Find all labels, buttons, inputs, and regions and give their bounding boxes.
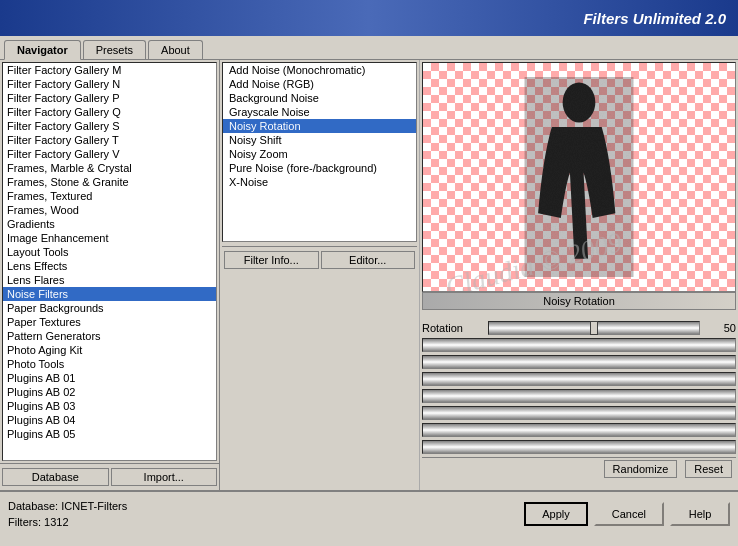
category-item[interactable]: Plugins AB 02: [3, 385, 216, 399]
category-item[interactable]: Gradients: [3, 217, 216, 231]
category-item[interactable]: Lens Flares: [3, 273, 216, 287]
database-button[interactable]: Database: [2, 468, 109, 486]
filter-list-col: Add Noise (Monochromatic)Add Noise (RGB)…: [220, 60, 420, 490]
cancel-button[interactable]: Cancel: [594, 502, 664, 526]
category-item[interactable]: Frames, Stone & Granite: [3, 175, 216, 189]
filters-label: Filters:: [8, 516, 41, 528]
tab-navigator[interactable]: Navigator: [4, 40, 81, 60]
category-item[interactable]: Plugins AB 01: [3, 371, 216, 385]
category-item[interactable]: Photo Tools: [3, 357, 216, 371]
svg-rect-1: [524, 77, 633, 277]
rotation-slider-row: Rotation 50: [422, 321, 736, 335]
help-button[interactable]: Help: [670, 502, 730, 526]
filter-item[interactable]: Noisy Rotation: [223, 119, 416, 133]
filter-item[interactable]: X-Noise: [223, 175, 416, 189]
category-item[interactable]: Photo Aging Kit: [3, 343, 216, 357]
category-list[interactable]: Filter Factory Gallery MFilter Factory G…: [2, 62, 217, 461]
reset-button[interactable]: Reset: [685, 460, 732, 478]
category-item[interactable]: Layout Tools: [3, 245, 216, 259]
filter-list[interactable]: Add Noise (Monochromatic)Add Noise (RGB)…: [222, 62, 417, 242]
import-button[interactable]: Import...: [111, 468, 218, 486]
silhouette-figure: [519, 77, 639, 277]
category-item[interactable]: Filter Factory Gallery S: [3, 119, 216, 133]
category-item[interactable]: Noise Filters: [3, 287, 216, 301]
category-item[interactable]: Filter Factory Gallery N: [3, 77, 216, 91]
right-section: Add Noise (Monochromatic)Add Noise (RGB)…: [220, 60, 738, 490]
category-item[interactable]: Frames, Textured: [3, 189, 216, 203]
database-label: Database:: [8, 500, 58, 512]
filters-value: 1312: [44, 516, 68, 528]
empty-slider-2: [422, 355, 736, 369]
category-item[interactable]: Plugins AB 03: [3, 399, 216, 413]
filter-item[interactable]: Noisy Shift: [223, 133, 416, 147]
preview-col: Claudia © 2009 Noisy Rotation Rotation 5…: [420, 60, 738, 490]
filter-toolbar: Filter Info... Editor...: [222, 246, 417, 273]
filter-item[interactable]: Noisy Zoom: [223, 147, 416, 161]
filter-item[interactable]: Grayscale Noise: [223, 105, 416, 119]
empty-slider-4: [422, 389, 736, 403]
title-bar: Filters Unlimited 2.0: [0, 0, 738, 36]
main-content: Filter Factory Gallery MFilter Factory G…: [0, 60, 738, 490]
tab-presets[interactable]: Presets: [83, 40, 146, 59]
filter-item[interactable]: Background Noise: [223, 91, 416, 105]
filter-item[interactable]: Add Noise (Monochromatic): [223, 63, 416, 77]
rotation-slider[interactable]: [488, 321, 700, 335]
empty-slider-3: [422, 372, 736, 386]
empty-slider-7: [422, 440, 736, 454]
category-item[interactable]: Image Enhancement: [3, 231, 216, 245]
left-panel: Filter Factory Gallery MFilter Factory G…: [0, 60, 220, 490]
category-item[interactable]: Lens Effects: [3, 259, 216, 273]
category-item[interactable]: Filter Factory Gallery T: [3, 133, 216, 147]
editor-button[interactable]: Editor...: [321, 251, 416, 269]
preview-image: Claudia © 2009: [422, 62, 736, 292]
filter-info-button[interactable]: Filter Info...: [224, 251, 319, 269]
category-item[interactable]: Plugins AB 05: [3, 427, 216, 441]
category-item[interactable]: Filter Factory Gallery P: [3, 91, 216, 105]
empty-slider-5: [422, 406, 736, 420]
status-bar: Database: ICNET-Filters Filters: 1312 Ap…: [0, 490, 738, 536]
controls-area: Rotation 50: [422, 318, 736, 457]
category-item[interactable]: Plugins AB 04: [3, 413, 216, 427]
empty-slider-6: [422, 423, 736, 437]
status-buttons: Apply Cancel Help: [524, 502, 730, 526]
left-toolbar: Database Import...: [0, 463, 219, 490]
category-item[interactable]: Paper Backgrounds: [3, 301, 216, 315]
apply-button[interactable]: Apply: [524, 502, 588, 526]
filter-item[interactable]: Add Noise (RGB): [223, 77, 416, 91]
category-item[interactable]: Filter Factory Gallery V: [3, 147, 216, 161]
category-item[interactable]: Filter Factory Gallery M: [3, 63, 216, 77]
right-bottom-toolbar: Randomize Reset: [422, 457, 736, 480]
rotation-value: 50: [706, 322, 736, 334]
category-item[interactable]: Paper Textures: [3, 315, 216, 329]
category-item[interactable]: Frames, Marble & Crystal: [3, 161, 216, 175]
tabs-bar: Navigator Presets About: [0, 36, 738, 60]
randomize-button[interactable]: Randomize: [604, 460, 678, 478]
filter-item[interactable]: Pure Noise (fore-/background): [223, 161, 416, 175]
category-item[interactable]: Frames, Wood: [3, 203, 216, 217]
filter-title: Noisy Rotation: [422, 292, 736, 310]
tab-about[interactable]: About: [148, 40, 203, 59]
database-value: ICNET-Filters: [61, 500, 127, 512]
app-title: Filters Unlimited 2.0: [583, 10, 726, 27]
category-item[interactable]: Pattern Generators: [3, 329, 216, 343]
rotation-label: Rotation: [422, 322, 482, 334]
category-item[interactable]: Filter Factory Gallery Q: [3, 105, 216, 119]
status-info: Database: ICNET-Filters Filters: 1312: [8, 498, 127, 531]
empty-slider-1: [422, 338, 736, 352]
